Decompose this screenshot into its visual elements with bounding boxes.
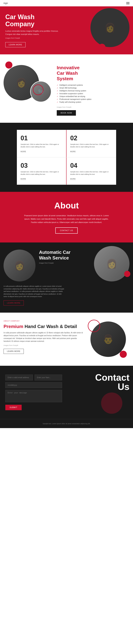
premium-body: In nulla posuere sollicitudin aliquam ul…: [4, 332, 83, 343]
number-text-2: Sample text. Click to select the text bo…: [70, 143, 112, 148]
about-section: About Praesent lorem ipsum dolor sit ame…: [0, 192, 133, 242]
premium-content: ABOUT COMPANY Premium Hand Car Wash & De…: [4, 320, 83, 354]
premium-img-credit: Images from Freepik: [4, 344, 83, 346]
footer-text: Sample text. Lorem ipsum dolor sit amet …: [5, 423, 128, 424]
contact-heading: Contact Us: [95, 373, 129, 391]
more-link-2[interactable]: MORE: [70, 150, 76, 153]
hero-body: Luctus venenatis lectus magna fringilla …: [5, 30, 59, 36]
form-row-1: [5, 374, 62, 380]
premium-section: ABOUT COMPANY Premium Hand Car Wash & De…: [0, 312, 133, 366]
innovative-img-credit: Images from Freepik: [57, 106, 129, 108]
hero-img-credit: Images from Freepik: [5, 37, 59, 39]
premium-title: Premium Hand Car Wash & Detail: [4, 324, 83, 329]
number-card-3: 03 Sample text. Click to select the text…: [17, 157, 67, 185]
date-input[interactable]: [5, 382, 62, 388]
about-title: About: [5, 201, 128, 210]
more-link-1[interactable]: MORE: [21, 150, 26, 153]
hero-title: Car Wash Company: [5, 14, 59, 28]
more-link-4[interactable]: MORE: [70, 178, 76, 180]
number-card-2: 02 Sample text. Click to select the text…: [67, 130, 116, 157]
number-card-1: 01 Sample text. Click to select the text…: [17, 130, 67, 157]
book-now-button[interactable]: BOOK NOW: [57, 110, 76, 116]
about-company-tag: ABOUT COMPANY: [4, 320, 83, 322]
message-input[interactable]: [5, 390, 62, 402]
feature-item: Innovative suspension system: [57, 93, 129, 94]
learn-more-button[interactable]: LEARN MORE: [5, 42, 26, 47]
contact-title: Contact Us: [95, 373, 129, 391]
innovative-content: Innovative Car Wash System Intelligent u…: [57, 62, 129, 116]
premium-images: 👨: [87, 320, 129, 357]
name-input[interactable]: [35, 374, 62, 380]
footer: Sample text. Lorem ipsum dolor sit amet …: [0, 419, 133, 428]
number-label-2: 02: [70, 134, 112, 142]
feature-item: Faulty self-checking system: [57, 101, 129, 103]
about-body: Praesent lorem ipsum dolor sit amet cons…: [22, 214, 111, 224]
feature-item: Intelligent chemical mixing system: [57, 90, 129, 92]
more-link-3[interactable]: MORE: [21, 178, 26, 180]
number-text-1: Sample text. Click to select the text bo…: [21, 143, 63, 148]
number-card-4: 04 Sample text. Click to select the text…: [67, 157, 116, 185]
contact-section: Contact Us SUBMIT: [0, 366, 133, 419]
hero-image: 👩: [90, 8, 129, 47]
numbers-section: 01 Sample text. Click to select the text…: [0, 123, 133, 192]
innovative-images: 👩 🧤: [4, 62, 53, 100]
email-input[interactable]: [5, 374, 33, 380]
feature-item: Intelligent unmanned systems: [57, 84, 129, 86]
innovative-title: Innovative Car Wash System: [57, 65, 129, 82]
number-text-3: Sample text. Click to select the text bo…: [21, 171, 63, 176]
prem-circle-outline: [88, 320, 100, 332]
contact-form: SUBMIT: [5, 374, 62, 410]
number-text-4: Sample text. Click to select the text bo…: [70, 171, 112, 176]
inno-dot: [5, 62, 13, 68]
auto-learn-more-button[interactable]: LEARN MORE: [4, 300, 24, 306]
form-row-2: [5, 382, 62, 388]
number-label-3: 03: [21, 162, 63, 169]
contact-blob: [101, 392, 122, 414]
inno-circle-outline: [33, 84, 43, 95]
premium-learn-more-button[interactable]: LEARN MORE: [4, 349, 24, 354]
feature-checklist: Intelligent unmanned systems Smart 360 t…: [57, 84, 129, 103]
numbers-grid: 01 Sample text. Click to select the text…: [17, 130, 116, 185]
feature-item: Unique embedded fast air-drying: [57, 96, 129, 98]
hero-dot: [98, 44, 105, 51]
hero-section: Car Wash Company Luctus venenatis lectus…: [0, 6, 133, 54]
auto-img-right: 👩: [94, 246, 129, 282]
number-label-4: 04: [70, 162, 112, 169]
innovative-section: 👩 🧤 Innovative Car Wash System Intellige…: [0, 54, 133, 123]
feature-item: Smart 360 technology: [57, 87, 129, 89]
submit-button[interactable]: SUBMIT: [5, 405, 22, 410]
number-label-1: 01: [21, 134, 63, 142]
auto-wash-section: 👩 Automatic Car Wash Service Images from…: [0, 242, 133, 312]
header: logo: [0, 0, 133, 6]
feature-item: Professional management system option: [57, 98, 129, 100]
auto-wash-body: In nulla posuere sollicitudin aliquam ul…: [4, 285, 66, 298]
hamburger-menu[interactable]: [126, 2, 129, 4]
auto-img-left: 👩: [4, 250, 36, 282]
hero-content: Car Wash Company Luctus venenatis lectus…: [5, 14, 59, 47]
logo: logo: [4, 2, 8, 4]
contact-us-button[interactable]: CONTACT US: [55, 228, 78, 234]
